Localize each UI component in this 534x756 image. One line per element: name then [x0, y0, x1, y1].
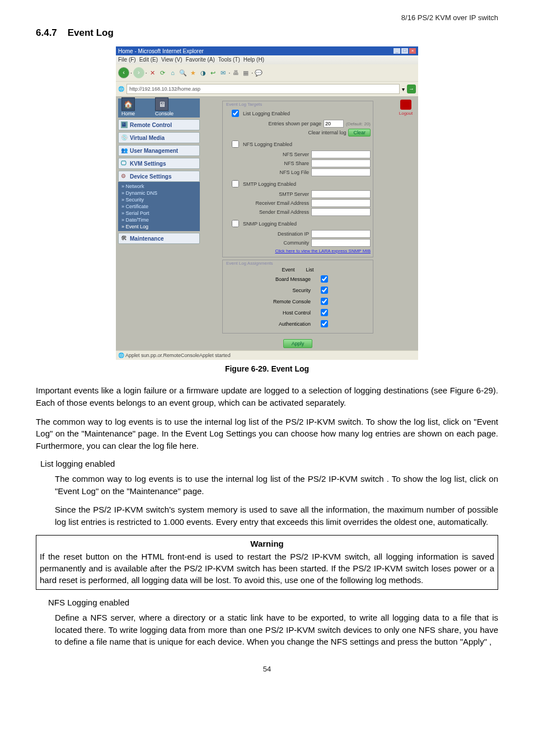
history-icon[interactable]: ↩: [209, 68, 218, 77]
users-icon: 👥: [121, 147, 128, 154]
nfs-logging-checkbox[interactable]: [232, 140, 239, 148]
nav-user-management[interactable]: 👥 User Management: [118, 145, 200, 156]
favorites-icon[interactable]: ★: [189, 68, 198, 77]
console-icon[interactable]: 🖥: [155, 97, 168, 111]
nav-device-label: Device Settings: [130, 173, 171, 180]
nfs-server-label: NFS Server: [283, 152, 309, 157]
community-input[interactable]: [311, 239, 371, 247]
back-icon[interactable]: ‹: [118, 67, 129, 78]
content-area: Event Log Targets List Logging Enabled E…: [202, 96, 394, 350]
stop-icon[interactable]: ✕: [148, 68, 157, 77]
entries-input[interactable]: [324, 120, 344, 128]
submenu-serial-port[interactable]: » Serial Port: [121, 210, 200, 217]
media-icon[interactable]: ◑: [199, 68, 208, 77]
submenu-event-log[interactable]: » Event Log: [121, 223, 200, 230]
cb-security[interactable]: [321, 287, 328, 294]
sidebar: 🏠 Home 🖥 Console 🖥 Remote Control 💿 Virt…: [116, 96, 202, 350]
submenu-security[interactable]: » Security: [121, 196, 200, 203]
minimize-icon[interactable]: _: [394, 48, 400, 54]
targets-legend: Event Log Targets: [226, 102, 371, 107]
maximize-icon[interactable]: □: [401, 48, 408, 54]
address-input[interactable]: http://192.168.10.132/home.asp: [127, 84, 400, 94]
assignments-legend: Event Log Assignments: [226, 261, 371, 266]
nfs-share-input[interactable]: [311, 159, 371, 167]
home-icon[interactable]: ⌂: [168, 68, 177, 77]
mail-icon[interactable]: ✉: [219, 68, 228, 77]
row-remote-console: Remote Console: [266, 299, 311, 304]
print-icon[interactable]: 🖶: [231, 68, 240, 77]
clear-log-label: Clear internal log: [308, 130, 346, 135]
row-host-control: Host Control: [266, 310, 311, 316]
nav-remote-control[interactable]: 🖥 Remote Control: [118, 119, 200, 130]
home-label[interactable]: Home: [121, 111, 135, 116]
paragraph-2: The common way to log events is to use t…: [36, 416, 498, 452]
sender-input[interactable]: [311, 208, 371, 216]
screenshot-figure: Home - Microsoft Internet Explorer _ □ ×…: [116, 46, 418, 360]
smtp-server-label: SMTP Server: [279, 191, 309, 197]
discuss-icon[interactable]: 💬: [254, 68, 263, 77]
nav-device-settings[interactable]: ⚙ Device Settings: [118, 171, 200, 182]
list-logging-checkbox[interactable]: [232, 110, 239, 117]
col-list: List: [306, 267, 314, 273]
logout-label[interactable]: Logout: [399, 111, 413, 116]
menu-file[interactable]: File (F): [118, 55, 136, 64]
warning-box: Warning If the reset button on the HTML …: [36, 535, 498, 590]
forward-icon[interactable]: ›: [133, 67, 144, 78]
nfs-logging-row: NFS Logging Enabled: [225, 139, 371, 149]
nav-maintenance[interactable]: 🛠 Maintenance: [118, 233, 200, 244]
cb-authentication[interactable]: [321, 320, 328, 327]
warning-title: Warning: [40, 538, 494, 550]
gear-icon: ⚙: [121, 173, 128, 180]
menu-view[interactable]: View (V): [161, 55, 182, 64]
subheading-nfs-logging: NFS Logging enabled: [48, 598, 498, 607]
paragraph-1: Important events like a login failure or…: [36, 384, 498, 409]
refresh-icon[interactable]: ⟳: [158, 68, 167, 77]
disc-icon: 💿: [121, 134, 128, 141]
figure-caption: Figure 6-29. Event Log: [36, 364, 498, 373]
nfs-server-input[interactable]: [311, 151, 371, 158]
logout-icon[interactable]: [400, 100, 411, 110]
go-button[interactable]: →: [407, 84, 416, 93]
menu-edit[interactable]: Edit (E): [139, 55, 158, 64]
dest-ip-input[interactable]: [311, 230, 371, 238]
cb-host-control[interactable]: [321, 309, 328, 316]
display-icon: 🖵: [121, 160, 128, 167]
receiver-input[interactable]: [311, 199, 371, 207]
page-number: 54: [36, 665, 498, 673]
menu-help[interactable]: Help (H): [243, 55, 264, 64]
submenu-certificate[interactable]: » Certificate: [121, 203, 200, 210]
row-board-message: Board Message: [266, 276, 311, 282]
nav-maint-label: Maintenance: [130, 236, 164, 242]
submenu-network[interactable]: » Network: [121, 183, 200, 190]
snmp-logging-label: SNMP Logging Enabled: [243, 221, 297, 227]
subheading-list-logging: List logging enabled: [40, 459, 498, 468]
search-icon[interactable]: 🔍: [179, 68, 188, 77]
menu-tools[interactable]: Tools (T): [218, 55, 240, 64]
cb-remote-console[interactable]: [321, 298, 328, 305]
home-bar: 🏠 Home 🖥 Console: [118, 98, 200, 118]
apply-button[interactable]: Apply: [283, 339, 313, 348]
submenu-dns[interactable]: » Dynamic DNS: [121, 190, 200, 196]
dest-ip-label: Destination IP: [278, 231, 309, 237]
snmp-logging-row: SNMP Logging Enabled: [225, 218, 371, 229]
receiver-label: Receiver Email Address: [255, 200, 309, 206]
nav-virtual-media[interactable]: 💿 Virtual Media: [118, 132, 200, 143]
nfs-file-input[interactable]: [311, 168, 371, 176]
sub2-paragraph-1: Define a NFS server, where a directory o…: [55, 612, 498, 648]
submenu-date-time[interactable]: » Date/Time: [121, 217, 200, 223]
smtp-server-input[interactable]: [311, 190, 371, 198]
menu-favorite[interactable]: Favorite (A): [186, 55, 215, 64]
nav-kvm-settings[interactable]: 🖵 KVM Settings: [118, 158, 200, 169]
mib-link[interactable]: Click here to view the LARA express SNMP…: [275, 248, 371, 253]
close-icon[interactable]: ×: [409, 48, 416, 54]
row-security: Security: [266, 288, 311, 293]
house-icon[interactable]: 🏠: [121, 97, 135, 111]
nav-kvm-label: KVM Settings: [130, 161, 166, 167]
remote-icon: 🖥: [121, 121, 128, 128]
clear-button[interactable]: Clear: [348, 129, 371, 137]
snmp-logging-checkbox[interactable]: [232, 220, 239, 227]
edit-icon[interactable]: ▦: [241, 68, 250, 77]
console-label[interactable]: Console: [155, 111, 174, 116]
cb-board-message[interactable]: [321, 275, 328, 283]
smtp-logging-checkbox[interactable]: [232, 180, 239, 187]
